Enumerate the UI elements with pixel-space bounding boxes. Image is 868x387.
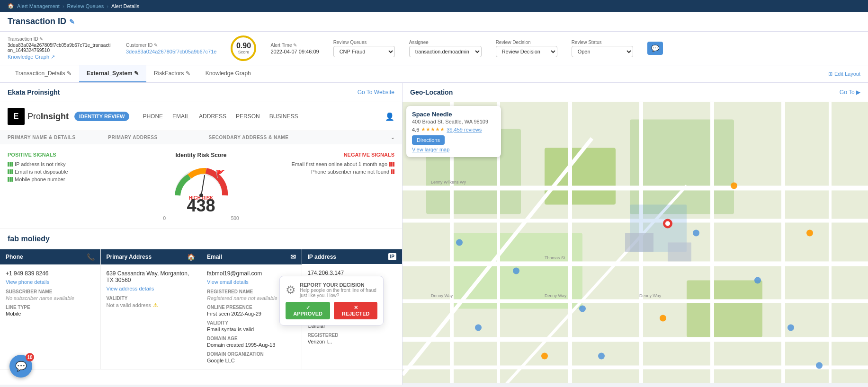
svg-text:Denny Way: Denny Way — [431, 293, 453, 298]
view-address-details-link[interactable]: View address details — [107, 286, 154, 291]
svg-text:Denny Way: Denny Way — [545, 293, 567, 298]
page-title-text: Transaction ID — [8, 17, 66, 26]
nav-tab-email[interactable]: EMAIL — [172, 111, 189, 122]
score-value: 0.90 — [236, 42, 251, 50]
breadcrumb-current: Alert Details — [111, 3, 139, 9]
tab-external-system[interactable]: External_System ✎ — [79, 65, 146, 82]
ekata-panel-title: Ekata Proinsight — [8, 88, 60, 96]
svg-point-37 — [787, 325, 794, 331]
cards-row: Phone 📞 +1 949 839 8246 View phone detai… — [0, 249, 402, 369]
nav-tab-address[interactable]: ADDRESS — [199, 111, 226, 122]
address-icon: 🏠 — [187, 253, 195, 261]
bar2 — [9, 169, 11, 174]
chat-bubble-button[interactable]: 💬 10 — [9, 355, 32, 378]
map-reviews-link[interactable]: 39,459 reviews — [447, 127, 482, 132]
map-goto-link[interactable]: Go To ▶ — [840, 89, 860, 96]
svg-rect-13 — [403, 337, 868, 342]
domain-org-value: Google LLC — [207, 358, 296, 363]
transaction-id-value: 3dea83a024a267805f7cb05a9b67c71e_transac… — [8, 43, 112, 53]
layout-icon: ⊞ — [828, 71, 832, 77]
phone-icon: 📞 — [87, 253, 95, 261]
risk-score-circle: 0.90 Score — [231, 35, 256, 61]
map-container[interactable]: Lenny Wilkens Wy Thomas St Denny Way Den… — [403, 102, 868, 383]
review-decision-select[interactable]: Review Decision — [496, 46, 557, 57]
subscriber-value: No subscriber name available — [6, 295, 95, 301]
sub-header-chevron[interactable]: ⌄ — [302, 131, 402, 144]
phone-card-header: Phone 📞 — [0, 249, 100, 264]
view-larger-map-link[interactable]: View larger map — [412, 147, 495, 152]
alert-time-label: Alert Time ✎ — [270, 43, 319, 48]
identity-review-badge: IDENTITY REVIEW — [74, 112, 129, 121]
svg-point-42 — [660, 315, 666, 322]
directions-button[interactable]: Directions — [412, 135, 445, 145]
proinsight-logo: E ProInsight — [8, 108, 69, 125]
line-type-label: LINE TYPE — [6, 305, 95, 310]
chat-bubble-icon: 💬 — [15, 361, 27, 372]
knowledge-graph-link[interactable]: Knowledge Graph ↗ — [8, 54, 112, 60]
svg-point-44 — [806, 230, 813, 237]
map-info-card: Space Needle 400 Broad St, Seattle, WA 9… — [406, 106, 501, 157]
review-status-select[interactable]: Open — [572, 46, 633, 57]
view-phone-details-link[interactable]: View phone details — [6, 279, 49, 285]
sub-header-primary-address: PRIMARY ADDRESS — [100, 131, 201, 144]
svg-rect-11 — [403, 262, 868, 266]
chat-badge: 10 — [26, 353, 34, 361]
map-rating: 4.6 ★★★★★ 39,459 reviews — [412, 126, 495, 132]
customer-id-value[interactable]: 3dea83a024a267805f7cb05a9b67c71e — [126, 49, 216, 54]
assignee-label: Assignee — [409, 40, 482, 45]
signal-mobile-phone: Mobile phone number — [8, 176, 163, 182]
report-popup-icon: ⚙ — [286, 283, 296, 297]
ip-registered-value: Verizon I... — [308, 339, 397, 344]
svg-rect-20 — [781, 102, 785, 383]
warning-icon: ⚠ — [153, 302, 158, 308]
alert-time-value: 2022-04-07 09:46:09 — [270, 49, 319, 54]
map-place-name: Space Needle — [412, 111, 495, 118]
signal-email-not-disposable: Email is not disposable — [8, 169, 163, 175]
svg-point-39 — [475, 325, 482, 331]
sub-header-primary-name: PRIMARY NAME & DETAILS — [0, 131, 100, 144]
risk-gauge-title: Identity Risk Score — [175, 152, 226, 158]
chat-button[interactable]: 💬 — [647, 42, 663, 55]
address-value: 639 Cassandra Way, Morganton, TX 30560 — [107, 270, 196, 283]
person-icon[interactable]: 👤 — [385, 112, 394, 121]
nav-tab-person[interactable]: PERSON — [236, 111, 260, 122]
bar2 — [391, 162, 393, 167]
svg-point-38 — [816, 362, 823, 369]
svg-point-40 — [598, 353, 605, 360]
map-stars: ★★★★★ — [421, 126, 445, 132]
risk-score-section: POSITIVE SIGNALS IP address is not risky — [0, 144, 402, 229]
review-queues-label: Review Queues — [333, 40, 395, 45]
nav-tab-business[interactable]: BUSINESS — [269, 111, 298, 122]
customer-id-field: Customer ID ✎ 3dea83a024a267805f7cb05a9b… — [126, 43, 216, 54]
approved-button[interactable]: ✓ APPROVED — [286, 302, 330, 319]
score-label: Score — [238, 50, 250, 54]
tab-transaction-details[interactable]: Transaction_Details ✎ — [8, 65, 79, 82]
page-title-edit-icon[interactable]: ✎ — [69, 18, 75, 26]
transaction-id-label: Transaction ID ✎ — [8, 36, 112, 42]
svg-text:Denny Way: Denny Way — [639, 293, 662, 298]
signal-subscriber-not-found: Phone subscriber name not found — [239, 169, 395, 175]
review-queues-select[interactable]: CNP Fraud — [333, 46, 395, 57]
goto-website-link[interactable]: Go To Website — [358, 89, 394, 96]
view-email-details-link[interactable]: View email details — [207, 279, 249, 285]
review-queues-field: Review Queues CNP Fraud — [333, 40, 395, 57]
svg-text:🚩: 🚩 — [215, 169, 225, 178]
tab-risk-factors[interactable]: RiskFactors ✎ — [146, 65, 198, 82]
bar3 — [11, 177, 13, 182]
svg-point-43 — [541, 353, 548, 360]
breadcrumb-review-queues[interactable]: Review Queues — [67, 3, 104, 9]
nav-tab-phone[interactable]: PHONE — [143, 111, 163, 122]
breadcrumb-separator-1: › — [63, 3, 64, 9]
breadcrumb-alert-management[interactable]: Alert Management — [17, 3, 60, 9]
edit-layout-button[interactable]: ⊞ Edit Layout — [828, 66, 860, 82]
sub-header-secondary-address: SECONDARY ADDRESS & NAME — [201, 131, 302, 144]
rejected-button[interactable]: ✕ REJECTED — [334, 302, 377, 319]
logo-box: E — [8, 108, 25, 125]
tab-knowledge-graph[interactable]: Knowledge Graph — [198, 65, 259, 82]
report-popup-header: ⚙ REPORT YOUR DECISION Help people on th… — [286, 282, 377, 298]
bar1 — [8, 162, 9, 167]
email-icon: ✉ — [290, 253, 296, 261]
assignee-select[interactable]: transaction.demoadmin — [409, 46, 482, 57]
validity-label: VALIDITY — [107, 296, 196, 301]
proinsight-nav-tabs: PHONE EMAIL ADDRESS PERSON BUSINESS — [143, 111, 298, 122]
